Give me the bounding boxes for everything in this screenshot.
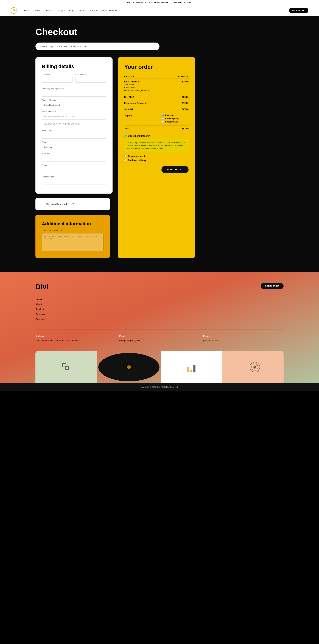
table-row: Divi AI × 1 $20.00: [124, 94, 188, 100]
page-title: Checkout: [36, 26, 284, 37]
street-input[interactable]: [42, 114, 106, 120]
art-circle-icon: [120, 358, 138, 376]
city-group: Town / City *: [42, 130, 106, 138]
shipping-options: Flat rate Free shipping Local pickup: [162, 114, 188, 123]
email-label: Email address *: [42, 176, 106, 178]
footer-nav-services[interactable]: Services: [36, 313, 284, 316]
footer-phone-value: (255) 352-6258: [203, 339, 284, 342]
svg-rect-10: [186, 362, 196, 362]
col-product: PRODUCT: [124, 74, 162, 79]
top-banner: GET STARTED WITH A FREE PROJECT CONSULTA…: [0, 0, 319, 5]
last-name-group: Last name *: [76, 74, 106, 82]
payment-direct-bank[interactable]: [124, 135, 126, 137]
coupon-bar[interactable]: Have a coupon? Click here to enter your …: [36, 42, 160, 50]
footer: Divi CONTACT US Home About Product Servi…: [0, 272, 319, 383]
notes-label: Order notes (optional): [42, 230, 104, 232]
copyright-text: Copyright © 2023 Divi. All Rights Reserv…: [141, 386, 178, 388]
payment-cod[interactable]: [124, 159, 126, 161]
table-row: Ecommerce Design × 1 $12.00: [124, 100, 188, 106]
footer-contact-button[interactable]: CONTACT US: [261, 283, 284, 289]
phone-input[interactable]: [42, 167, 106, 173]
footer-divider: [36, 330, 284, 330]
svg-rect-8: [190, 370, 192, 372]
first-name-group: First name *: [42, 74, 73, 82]
place-order-button[interactable]: PLACE ORDER: [162, 166, 188, 173]
billing-title: Billing details: [42, 64, 106, 69]
art-squares-icon: [61, 362, 72, 372]
nav-shop[interactable]: Shop: [90, 9, 97, 12]
ship-checkbox[interactable]: [42, 203, 44, 205]
nav-blog[interactable]: Blog: [69, 9, 74, 12]
city-label: Town / City *: [42, 130, 106, 132]
footer-nav-careers[interactable]: Careers: [36, 318, 284, 321]
art-bars-icon: [185, 360, 199, 374]
country-label: Country / Region *: [42, 99, 106, 101]
page-content: Checkout Have a coupon? Click here to en…: [0, 16, 319, 272]
last-name-input[interactable]: [76, 76, 106, 82]
footer-nav-product[interactable]: Product: [36, 308, 284, 311]
nav-theme-builder[interactable]: Theme Builder: [101, 9, 117, 12]
phone-group: Phone *: [42, 164, 106, 173]
email-input[interactable]: [42, 179, 106, 185]
additional-panel: Additional information Order notes (opti…: [36, 215, 110, 258]
country-select[interactable]: United States (US): [42, 102, 63, 108]
first-name-label: First name *: [42, 74, 73, 76]
footer-nav-home[interactable]: Home: [36, 298, 284, 301]
checkout-grid: Billing details First name * Last name *…: [36, 57, 195, 258]
state-label: State *: [42, 141, 106, 143]
nav-portfolio[interactable]: Portfolio: [45, 9, 53, 12]
footer-bottom: Copyright © 2023 Divi. All Rights Reserv…: [0, 383, 319, 391]
email-group: Email address *: [42, 176, 106, 185]
footer-nav-about[interactable]: About: [36, 303, 284, 306]
billing-panel: Billing details First name * Last name *…: [36, 57, 112, 194]
nav-contact[interactable]: Contact: [78, 9, 86, 12]
subtotal-row: Subtotal $67.00: [124, 106, 188, 112]
country-group: Country / Region * United States (US): [42, 99, 106, 108]
nav-home[interactable]: Home: [24, 9, 30, 12]
shipping-local[interactable]: [162, 120, 164, 123]
city-input[interactable]: [42, 132, 106, 138]
state-select[interactable]: California: [42, 144, 55, 150]
company-label: Company name (optional): [42, 88, 106, 90]
footer-email-block: Email hello@diviagency.com: [119, 335, 200, 342]
state-select-wrapper: California: [42, 144, 106, 150]
shipping-free[interactable]: [162, 117, 164, 120]
additional-title: Additional information: [42, 221, 104, 226]
ship-label[interactable]: Ship to a different address?: [42, 203, 104, 206]
nav-about[interactable]: About: [34, 9, 40, 12]
svg-point-13: [254, 366, 256, 368]
nav-project[interactable]: Project: [58, 9, 64, 12]
art-block-4: [222, 351, 284, 383]
ship-panel: Ship to a different address?: [36, 198, 110, 210]
order-panel: Your order PRODUCT SUBTOTAL Extra Theme: [118, 57, 195, 258]
footer-phone-block: Phone (255) 352-6258: [203, 335, 284, 342]
nav-links: Home About Portfolio Project Blog Contac…: [24, 9, 284, 12]
shipping-row: Shipping Flat rate Free shipping: [124, 112, 188, 126]
company-input[interactable]: [42, 90, 106, 96]
street-group: Street address *: [42, 110, 106, 127]
notes-textarea[interactable]: [42, 233, 104, 251]
footer-logo: Divi: [36, 283, 48, 291]
zip-group: ZIP Code *: [42, 152, 106, 162]
art-ring-icon: [246, 360, 260, 374]
nav-logo[interactable]: D: [11, 7, 17, 14]
apt-input[interactable]: [42, 121, 106, 127]
footer-phone-heading: Phone: [203, 335, 284, 338]
footer-email-value: hello@diviagency.com: [119, 339, 200, 342]
street-label: Street address *: [42, 110, 106, 113]
zip-input[interactable]: [42, 156, 106, 162]
art-block-1: [36, 351, 96, 383]
svg-rect-9: [193, 365, 196, 372]
first-name-input[interactable]: [42, 76, 73, 82]
footer-address-heading: Address: [36, 335, 116, 338]
left-column: Billing details First name * Last name *…: [36, 57, 112, 258]
order-table: PRODUCT SUBTOTAL Extra Theme × 1: [124, 74, 188, 132]
table-row: Extra Theme × 1 Size: small Color: black…: [124, 79, 188, 94]
shipping-flat-rate[interactable]: [162, 114, 164, 116]
nav-our-work-button[interactable]: OUR WORK: [289, 8, 308, 13]
phone-label: Phone *: [42, 164, 106, 166]
footer-top: Divi CONTACT US: [36, 283, 284, 291]
payment-check[interactable]: [124, 155, 126, 157]
footer-address-block: Address 1234 Divi St. #1000, San Francis…: [36, 335, 116, 342]
nav: D Home About Portfolio Project Blog Cont…: [0, 5, 319, 16]
